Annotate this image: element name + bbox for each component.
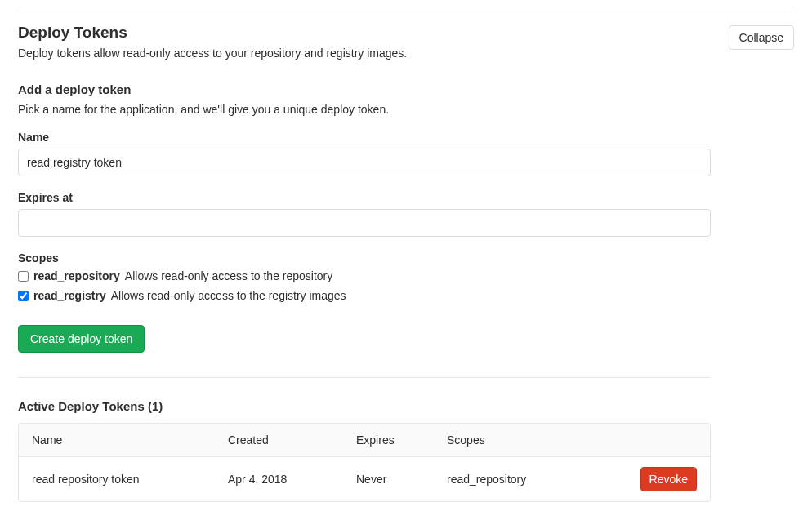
column-header-created: Created — [228, 433, 356, 447]
section-divider — [18, 377, 711, 378]
name-input[interactable] — [18, 149, 711, 176]
section-title: Deploy Tokens — [18, 24, 407, 42]
token-scopes-cell: read_repository — [447, 473, 631, 486]
scope-name: read_registry — [33, 289, 106, 302]
column-header-name: Name — [32, 433, 228, 447]
scope-checkbox-read-registry[interactable] — [18, 291, 29, 301]
add-token-description: Pick a name for the application, and we'… — [18, 103, 711, 116]
table-row: read repository token Apr 4, 2018 Never … — [19, 457, 710, 501]
scope-description: Allows read-only access to the repositor… — [125, 269, 332, 282]
section-description: Deploy tokens allow read-only access to … — [18, 47, 407, 60]
create-deploy-token-button[interactable]: Create deploy token — [18, 325, 145, 353]
name-label: Name — [18, 131, 711, 144]
scope-name: read_repository — [33, 269, 120, 282]
column-header-expires: Expires — [356, 433, 447, 447]
expires-input[interactable] — [18, 209, 711, 237]
collapse-button[interactable]: Collapse — [729, 25, 794, 50]
scope-row-read-registry: read_registry Allows read-only access to… — [18, 289, 711, 302]
active-tokens-table: Name Created Expires Scopes read reposit… — [18, 423, 711, 502]
revoke-button[interactable]: Revoke — [640, 467, 697, 491]
token-name-cell: read repository token — [32, 473, 228, 486]
column-header-scopes: Scopes — [447, 433, 631, 447]
scope-description: Allows read-only access to the registry … — [111, 289, 346, 302]
active-tokens-title: Active Deploy Tokens (1) — [18, 399, 794, 413]
top-divider — [18, 7, 794, 7]
scope-row-read-repository: read_repository Allows read-only access … — [18, 269, 711, 282]
scope-checkbox-read-repository[interactable] — [18, 271, 29, 282]
token-expires-cell: Never — [356, 473, 447, 486]
add-token-title: Add a deploy token — [18, 82, 711, 96]
table-header: Name Created Expires Scopes — [19, 424, 710, 457]
token-created-cell: Apr 4, 2018 — [228, 473, 356, 486]
expires-label: Expires at — [18, 191, 711, 204]
scopes-label: Scopes — [18, 251, 711, 264]
